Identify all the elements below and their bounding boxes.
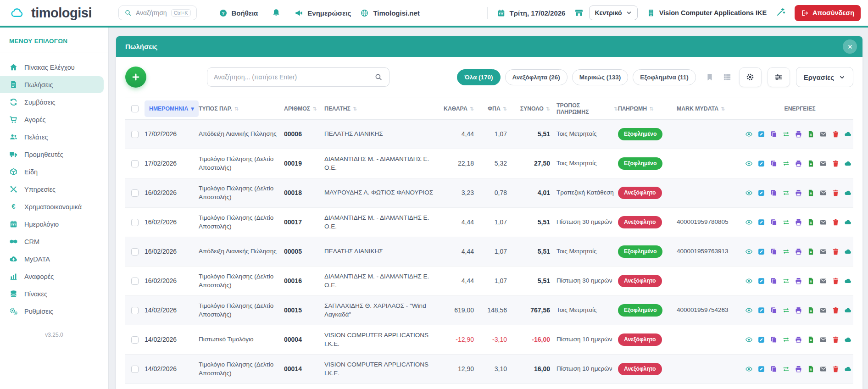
delete-icon[interactable] (832, 189, 840, 197)
convert-icon[interactable] (782, 248, 790, 256)
filter-all[interactable]: Όλα (170) (457, 69, 500, 85)
help-link[interactable]: Βοήθεια (219, 9, 258, 17)
delete-icon[interactable] (832, 130, 840, 138)
row-checkbox[interactable] (131, 307, 139, 314)
select-all-checkbox[interactable] (131, 105, 139, 112)
edit-icon[interactable] (757, 336, 765, 344)
print-icon[interactable] (795, 365, 802, 373)
sidebar-item-contracts[interactable]: Συμβάσεις (0, 94, 104, 111)
advanced-filters-button[interactable] (768, 67, 790, 87)
convert-icon[interactable] (782, 306, 790, 314)
pdf-icon[interactable] (807, 277, 815, 285)
cell-number[interactable]: 00015 (284, 300, 324, 321)
email-icon[interactable] (819, 365, 827, 373)
sidebar-item-services[interactable]: Υπηρεσίες (0, 181, 104, 198)
close-panel-button[interactable] (843, 39, 857, 54)
edit-icon[interactable] (757, 130, 765, 138)
row-checkbox[interactable] (131, 131, 139, 138)
view-icon[interactable] (745, 277, 753, 285)
pdf-icon[interactable] (807, 130, 815, 138)
pdf-icon[interactable] (807, 248, 815, 256)
column-header-vat[interactable]: ΦΠΑ⇅ (480, 106, 513, 112)
print-icon[interactable] (795, 336, 802, 344)
pdf-icon[interactable] (807, 189, 815, 197)
sidebar-item-crm[interactable]: CRM (0, 233, 104, 250)
pdf-icon[interactable] (807, 336, 815, 344)
delete-icon[interactable] (832, 365, 840, 373)
table-settings-button[interactable] (739, 67, 762, 87)
sidebar-item-settings[interactable]: Ρυθμίσεις (0, 303, 104, 320)
convert-icon[interactable] (782, 365, 790, 373)
copy-icon[interactable] (770, 218, 778, 226)
filter-unpaid[interactable]: Ανεξόφλητα (26) (505, 69, 568, 85)
row-checkbox[interactable] (131, 278, 139, 285)
mydata-upload-icon[interactable] (844, 130, 852, 138)
branch-select[interactable]: Κεντρικό (589, 6, 637, 20)
sidebar-item-mydata[interactable]: MyDATA (0, 250, 104, 267)
convert-icon[interactable] (782, 160, 790, 167)
cell-number[interactable]: 00014 (284, 359, 324, 379)
view-icon[interactable] (745, 189, 753, 197)
copy-icon[interactable] (770, 160, 778, 167)
edit-icon[interactable] (757, 365, 765, 373)
cell-number[interactable]: 00005 (284, 241, 324, 262)
pdf-icon[interactable] (807, 218, 815, 226)
add-document-button[interactable] (125, 67, 146, 88)
table-search-input[interactable] (214, 73, 374, 81)
column-header-payment-method[interactable]: ΤΡΟΠΟΣ ΠΛΗΡΩΜΗΣ⇅ (556, 102, 618, 115)
column-header-total[interactable]: ΣΥΝΟΛΟ⇅ (513, 106, 556, 112)
cell-number[interactable]: 00016 (284, 271, 324, 291)
magic-wand-button[interactable] (776, 7, 785, 19)
row-checkbox[interactable] (131, 336, 139, 344)
copy-icon[interactable] (770, 306, 778, 314)
email-icon[interactable] (819, 277, 827, 285)
table-search[interactable] (207, 67, 389, 87)
convert-icon[interactable] (782, 277, 790, 285)
copy-icon[interactable] (770, 336, 778, 344)
sidebar-item-financials[interactable]: Χρηματοοικονομικά (0, 198, 104, 215)
copy-icon[interactable] (770, 277, 778, 285)
sidebar-item-dashboard[interactable]: Πίνακας Ελέγχου (0, 59, 104, 76)
sidebar-item-tables[interactable]: Πίνακες (0, 285, 104, 302)
sidebar-item-calendar[interactable]: Ημερολόγιο (0, 216, 104, 233)
filter-paid[interactable]: Εξοφλημένα (11) (633, 69, 696, 85)
delete-icon[interactable] (832, 160, 840, 167)
updates-link[interactable]: Ενημερώσεις (295, 9, 351, 17)
row-checkbox[interactable] (131, 219, 139, 226)
email-icon[interactable] (819, 189, 827, 197)
mydata-upload-icon[interactable] (844, 248, 852, 256)
column-header-doc-type[interactable]: ΤΥΠΟΣ ΠΑΡ.⇅ (199, 106, 284, 112)
copy-icon[interactable] (770, 189, 778, 197)
pdf-icon[interactable] (807, 160, 815, 167)
sidebar-item-sales[interactable]: Πωλήσεις (0, 76, 104, 93)
sidebar-item-reports[interactable]: Αναφορές (0, 268, 104, 285)
convert-icon[interactable] (782, 218, 790, 226)
print-icon[interactable] (795, 277, 802, 285)
list-view-icon[interactable] (723, 72, 732, 82)
sidebar-item-suppliers[interactable]: Προμηθευτές (0, 146, 104, 163)
copy-icon[interactable] (770, 365, 778, 373)
sidebar-item-products[interactable]: Είδη (0, 163, 104, 180)
print-icon[interactable] (795, 160, 802, 167)
view-icon[interactable] (745, 218, 753, 226)
row-checkbox[interactable] (131, 248, 139, 256)
column-header-number[interactable]: ΑΡΙΘΜΟΣ⇅ (284, 106, 324, 112)
view-icon[interactable] (745, 365, 753, 373)
row-checkbox[interactable] (131, 366, 139, 373)
convert-icon[interactable] (782, 336, 790, 344)
sidebar-item-purchases[interactable]: Αγορές (0, 111, 104, 128)
cell-number[interactable]: 00006 (284, 124, 324, 144)
tasks-dropdown-button[interactable]: Εργασίες (796, 67, 853, 87)
view-icon[interactable] (745, 130, 753, 138)
cell-number[interactable]: 00004 (284, 329, 324, 350)
convert-icon[interactable] (782, 130, 790, 138)
print-icon[interactable] (795, 306, 802, 314)
print-icon[interactable] (795, 189, 802, 197)
print-icon[interactable] (795, 130, 802, 138)
email-icon[interactable] (819, 160, 827, 167)
cell-number[interactable]: 00019 (284, 153, 324, 174)
email-icon[interactable] (819, 336, 827, 344)
site-link[interactable]: Timologisi.net (360, 9, 419, 17)
row-checkbox[interactable] (131, 189, 139, 197)
global-search[interactable]: Αναζήτηση Ctrl+K (118, 6, 197, 20)
